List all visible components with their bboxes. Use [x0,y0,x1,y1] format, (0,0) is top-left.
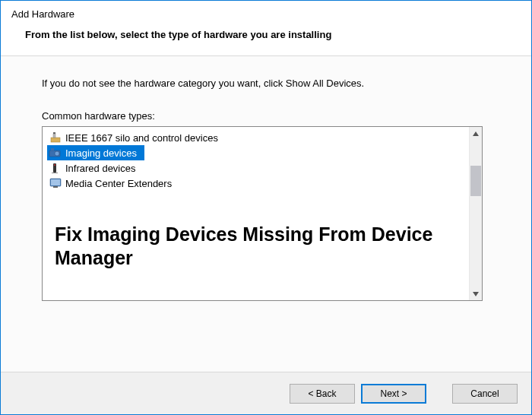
svg-point-7 [54,164,55,166]
list-item-label: IEEE 1667 silo and control devices [65,132,218,144]
infrared-icon [47,161,64,175]
page-subtitle: From the list below, select the type of … [1,24,531,55]
svg-rect-0 [51,138,60,142]
scroll-up-button[interactable] [470,127,482,140]
svg-rect-8 [52,173,58,173]
media-extender-icon [47,176,64,190]
cancel-button[interactable]: Cancel [452,384,518,404]
scroll-down-button[interactable] [470,287,482,300]
svg-rect-1 [53,134,55,138]
overlay-caption: Fix Imaging Devices Missing From Device … [55,223,459,271]
scroll-track[interactable] [470,140,482,287]
help-text: If you do not see the hardware category … [42,78,496,89]
list-item-label: Media Center Extenders [65,178,172,189]
back-button[interactable]: < Back [290,384,355,404]
list-item-label: Infrared devices [65,163,136,174]
scroll-thumb[interactable] [470,166,481,196]
list-item[interactable]: Media Center Extenders [43,176,469,191]
imaging-icon [47,146,64,160]
wizard-footer: < Back Next > Cancel [1,372,531,414]
list-scrollbar[interactable] [469,127,482,300]
hardware-types-list[interactable]: IEEE 1667 silo and control devices Imagi… [42,126,483,301]
svg-point-4 [55,151,59,156]
list-item-selected[interactable]: Imaging devices [47,145,144,160]
silo-icon [47,131,64,144]
add-hardware-wizard: Add Hardware From the list below, select… [0,0,532,415]
wizard-content: If you do not see the hardware category … [1,56,531,372]
list-item[interactable]: Infrared devices [43,160,469,176]
svg-rect-5 [51,148,54,150]
list-item[interactable]: IEEE 1667 silo and control devices [43,130,469,145]
list-item-label: Imaging devices [65,147,140,159]
list-label: Common hardware types: [42,110,496,122]
svg-rect-11 [53,186,58,188]
svg-rect-10 [51,179,60,185]
next-button[interactable]: Next > [361,384,426,404]
svg-rect-2 [53,132,55,134]
window-title: Add Hardware [1,1,531,24]
